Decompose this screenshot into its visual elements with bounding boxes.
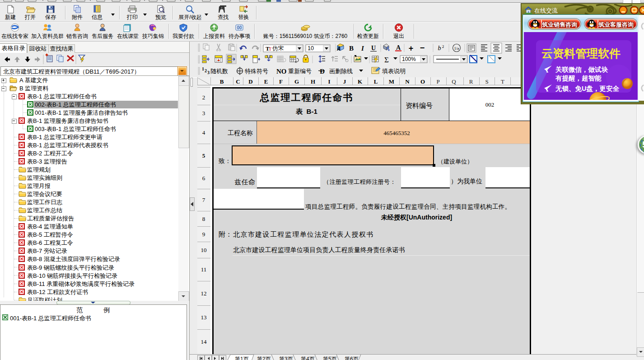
svg-text:R: R xyxy=(469,78,473,85)
svg-text:L: L xyxy=(374,78,378,85)
svg-text:我要付款: 我要付款 xyxy=(173,33,194,39)
svg-text:10: 10 xyxy=(201,247,207,253)
svg-text:A: A xyxy=(336,46,341,51)
svg-text:M: M xyxy=(389,78,394,85)
svg-text:I: I xyxy=(361,45,364,52)
svg-text:技巧集锦: 技巧集锦 xyxy=(142,33,164,39)
svg-text:信息: 信息 xyxy=(92,14,103,20)
svg-text:U: U xyxy=(371,45,376,51)
svg-text:在线课堂: 在线课堂 xyxy=(117,33,139,39)
svg-text:3: 3 xyxy=(202,110,205,117)
svg-text:+: + xyxy=(409,44,414,53)
svg-text:NO: NO xyxy=(276,68,287,75)
svg-text:E: E xyxy=(264,78,268,85)
svg-text:G: G xyxy=(294,78,299,85)
svg-text:F: F xyxy=(279,78,283,85)
svg-text:销售咨询: 销售咨询 xyxy=(66,33,88,39)
svg-text:S: S xyxy=(485,78,488,85)
svg-text:售后服务: 售后服务 xyxy=(92,33,113,39)
svg-text:随机数: 随机数 xyxy=(210,68,228,75)
svg-text:新建: 新建 xyxy=(5,14,16,20)
svg-text:3: 3 xyxy=(207,70,210,75)
svg-text:2: 2 xyxy=(202,94,205,101)
svg-text:特殊符号: 特殊符号 xyxy=(245,68,268,75)
svg-text:11: 11 xyxy=(201,266,207,273)
svg-text:C: C xyxy=(236,78,240,85)
svg-text:预览: 预览 xyxy=(155,14,166,20)
svg-text:重新编号: 重新编号 xyxy=(288,68,312,75)
svg-text:保存: 保存 xyxy=(45,14,56,20)
svg-text:账号：15611569010 筑业币：2760: 账号：15611569010 筑业币：2760 xyxy=(263,33,348,39)
svg-text:7: 7 xyxy=(202,196,205,203)
svg-text:1/a: 1/a xyxy=(454,46,459,51)
svg-text:Σ: Σ xyxy=(384,56,389,64)
svg-text:100%: 100% xyxy=(402,56,416,62)
svg-text:上报资料: 上报资料 xyxy=(203,33,225,39)
svg-text:1: 1 xyxy=(202,66,204,71)
svg-text:填表说明: 填表说明 xyxy=(382,68,406,75)
svg-text:退出: 退出 xyxy=(393,33,404,39)
svg-text:J: J xyxy=(343,78,346,85)
svg-text:10: 10 xyxy=(308,45,314,51)
svg-text:T: T xyxy=(269,47,271,51)
svg-text:O: O xyxy=(420,78,425,85)
svg-text:N: N xyxy=(405,78,410,85)
svg-text:待办事项: 待办事项 xyxy=(229,33,250,39)
svg-text:检查更新: 检查更新 xyxy=(357,33,379,39)
svg-text:在线找专家: 在线找专家 xyxy=(1,33,28,39)
svg-text:展开/收起: 展开/收起 xyxy=(178,14,201,20)
svg-text:−: − xyxy=(420,43,425,52)
svg-text:替换: 替换 xyxy=(238,14,249,20)
svg-text:9: 9 xyxy=(202,231,205,238)
svg-text:加入资料员群: 加入资料员群 xyxy=(31,33,64,39)
svg-text:2: 2 xyxy=(442,44,444,49)
svg-text:K: K xyxy=(358,78,363,85)
svg-text:B: B xyxy=(349,45,354,52)
svg-text:13: 13 xyxy=(201,314,207,321)
svg-text:b: b xyxy=(438,45,441,51)
svg-text:打印: 打印 xyxy=(126,14,138,20)
svg-text:5: 5 xyxy=(202,152,205,159)
svg-text:画删除线: 画删除线 xyxy=(329,68,353,75)
svg-text:B: B xyxy=(220,78,224,85)
svg-text:2: 2 xyxy=(205,68,207,73)
svg-text:查找: 查找 xyxy=(218,14,229,20)
svg-text:I: I xyxy=(328,78,330,85)
svg-text:8: 8 xyxy=(202,215,205,222)
svg-text:6: 6 xyxy=(202,175,205,182)
svg-text:H: H xyxy=(311,78,315,85)
svg-text:14: 14 xyxy=(201,338,207,345)
svg-text:P: P xyxy=(436,78,439,85)
svg-text:打开: 打开 xyxy=(24,14,36,20)
svg-text:附件: 附件 xyxy=(72,14,83,20)
svg-text:Đ: Đ xyxy=(320,68,325,75)
svg-text:T: T xyxy=(501,78,504,85)
svg-text:4: 4 xyxy=(202,129,205,136)
svg-text:12: 12 xyxy=(201,290,207,297)
svg-text:D: D xyxy=(248,78,252,85)
svg-text:00: 00 xyxy=(237,25,242,30)
svg-text:A: A xyxy=(396,44,401,51)
svg-text:Q: Q xyxy=(452,78,456,85)
svg-text:仿宋: 仿宋 xyxy=(272,45,284,51)
